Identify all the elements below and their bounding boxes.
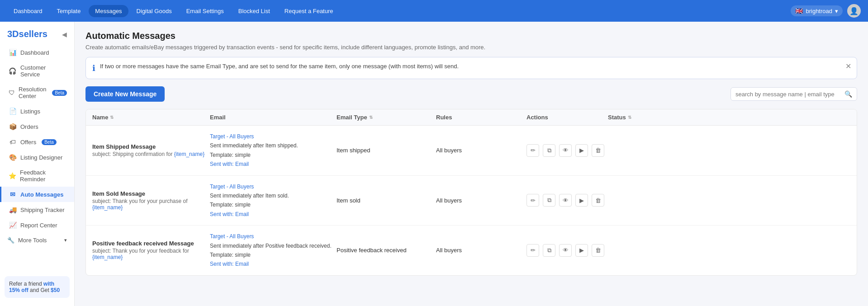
row2-delete-button[interactable]: 🗑 — [592, 194, 604, 207]
sidebar-label-orders: Orders — [20, 123, 38, 130]
row2-with: Sent with: Email — [210, 211, 249, 217]
referral-highlight2: $50 — [51, 287, 60, 293]
nav-dashboard[interactable]: Dashboard — [7, 5, 49, 17]
page-subtitle: Create automatic emails/eBay messages tr… — [85, 44, 857, 51]
more-tools-chevron-icon: ▾ — [64, 237, 67, 243]
sidebar-item-customer-service[interactable]: 🎧 Customer Service — [0, 60, 74, 82]
row3-template: Template: simple — [210, 250, 337, 259]
create-new-message-button[interactable]: Create New Message — [85, 86, 165, 102]
orders-icon: 📦 — [9, 123, 17, 130]
row1-preview-button[interactable]: 👁 — [559, 144, 572, 157]
logo-area: 3Dsellers ◀ — [0, 25, 74, 45]
row2-email-type: Item sold — [337, 197, 436, 204]
row2-edit-button[interactable]: ✏ — [526, 194, 539, 207]
sidebar-item-dashboard[interactable]: 📊 Dashboard — [0, 45, 74, 60]
sidebar-item-feedback-reminder[interactable]: ⭐ Feedback Reminder — [0, 165, 74, 187]
sidebar-item-resolution-center[interactable]: 🛡 Resolution Center Beta — [0, 82, 74, 104]
sidebar-item-report-center[interactable]: 📈 Report Center — [0, 217, 74, 233]
sidebar-label-feedback: Feedback Reminder — [20, 169, 67, 183]
close-info-button[interactable]: ✕ — [845, 62, 851, 71]
more-tools-icon: 🔧 — [7, 237, 14, 244]
sidebar-item-more-tools[interactable]: 🔧 More Tools ▾ — [0, 233, 74, 248]
row1-sent: Sent immediately after Item shipped. — [210, 141, 337, 150]
col-rules: Rules — [436, 114, 526, 121]
row3-copy-button[interactable]: ⧉ — [543, 244, 555, 257]
row3-status — [608, 247, 653, 254]
row1-subject: subject: Shipping confirmation for {item… — [92, 151, 210, 157]
store-selector[interactable]: 🇬🇧 brightroad ▾ — [791, 5, 843, 16]
nav-template[interactable]: Template — [51, 5, 87, 17]
row2-status — [608, 197, 653, 204]
row3-email-cell: Target - All Buyers Sent immediately aft… — [210, 232, 337, 269]
main-layout: 3Dsellers ◀ 📊 Dashboard 🎧 Customer Servi… — [0, 22, 868, 306]
row3-target: Target - All Buyers — [210, 233, 254, 240]
row2-template: Template: simple — [210, 200, 337, 209]
nav-digital-goods[interactable]: Digital Goods — [130, 5, 178, 17]
row2-actions: ✏ ⧉ 👁 ▶ 🗑 — [526, 194, 608, 207]
row2-rules: All buyers — [436, 197, 526, 204]
col-email-type: Email Type ⇅ — [337, 114, 436, 121]
nav-request-feature[interactable]: Request a Feature — [278, 5, 340, 17]
sidebar: 3Dsellers ◀ 📊 Dashboard 🎧 Customer Servi… — [0, 22, 75, 306]
collapse-button[interactable]: ◀ — [62, 31, 67, 38]
nav-email-settings[interactable]: Email Settings — [180, 5, 230, 17]
search-box: 🔍 — [730, 87, 857, 101]
info-icon: ℹ — [92, 63, 95, 73]
dashboard-icon: 📊 — [9, 49, 17, 56]
row1-delete-button[interactable]: 🗑 — [592, 144, 604, 157]
offers-badge: Beta — [42, 139, 57, 145]
referral-text2: and Get — [30, 287, 51, 293]
sidebar-item-auto-messages[interactable]: ✉ Auto Messages — [0, 187, 74, 202]
sidebar-item-orders[interactable]: 📦 Orders — [0, 119, 74, 134]
row3-delete-button[interactable]: 🗑 — [592, 244, 604, 257]
table-header: Name ⇅ Email Email Type ⇅ Rules Actions — [86, 109, 857, 126]
row1-send-button[interactable]: ▶ — [575, 144, 588, 157]
sidebar-item-listing-designer[interactable]: 🎨 Listing Designer — [0, 150, 74, 165]
row3-send-button[interactable]: ▶ — [575, 244, 588, 257]
row2-preview-button[interactable]: 👁 — [559, 194, 572, 207]
sidebar-item-listings[interactable]: 📄 Listings — [0, 104, 74, 119]
report-icon: 📈 — [9, 221, 17, 229]
listings-icon: 📄 — [9, 108, 17, 115]
row1-status — [608, 147, 653, 154]
store-name: brightroad — [806, 8, 832, 14]
row2-name: Item Sold Message — [92, 190, 210, 197]
row3-edit-button[interactable]: ✏ — [526, 244, 539, 257]
toolbar: Create New Message 🔍 — [85, 86, 857, 102]
table-row: Item Shipped Message subject: Shipping c… — [86, 126, 857, 176]
table-row: Item Sold Message subject: Thank you for… — [86, 176, 857, 226]
name-sort-icon: ⇅ — [110, 115, 114, 120]
nav-items: Dashboard Template Messages Digital Good… — [7, 5, 791, 17]
row1-name: Item Shipped Message — [92, 143, 210, 150]
row3-sent: Sent immediately after Positive feedback… — [210, 241, 337, 250]
referral-text: Refer a friend — [9, 281, 42, 287]
sidebar-label-report: Report Center — [20, 222, 57, 229]
nav-blocked-list[interactable]: Blocked List — [232, 5, 276, 17]
row3-rules: All buyers — [436, 247, 526, 254]
info-text: If two or more messages have the same Em… — [100, 63, 850, 70]
row1-name-cell: Item Shipped Message subject: Shipping c… — [92, 143, 210, 157]
row1-email-cell: Target - All Buyers Sent immediately aft… — [210, 132, 337, 169]
row1-edit-button[interactable]: ✏ — [526, 144, 539, 157]
col-name: Name ⇅ — [92, 114, 210, 121]
nav-messages[interactable]: Messages — [89, 5, 128, 17]
referral-box: Refer a friend with 15% off and Get $50 — [5, 276, 70, 298]
offers-icon: 🏷 — [9, 138, 17, 146]
col-actions: Actions — [526, 114, 608, 121]
row1-with: Sent with: Email — [210, 161, 249, 167]
top-navigation: Dashboard Template Messages Digital Good… — [0, 0, 868, 22]
nav-right: 🇬🇧 brightroad ▾ 👤 — [791, 4, 861, 18]
row3-name: Positive feedback received Message — [92, 240, 210, 247]
row1-rules: All buyers — [436, 147, 526, 154]
page-title: Automatic Messages — [85, 31, 857, 41]
row2-copy-button[interactable]: ⧉ — [543, 194, 555, 207]
row1-copy-button[interactable]: ⧉ — [543, 144, 555, 157]
logo-text: 3Dsellers — [7, 29, 47, 39]
sidebar-item-shipping-tracker[interactable]: 🚚 Shipping Tracker — [0, 202, 74, 217]
row3-preview-button[interactable]: 👁 — [559, 244, 572, 257]
resolution-icon: 🛡 — [9, 89, 15, 96]
user-avatar[interactable]: 👤 — [847, 4, 861, 18]
search-input[interactable] — [735, 91, 842, 98]
sidebar-item-offers[interactable]: 🏷 Offers Beta — [0, 134, 74, 150]
row2-send-button[interactable]: ▶ — [575, 194, 588, 207]
